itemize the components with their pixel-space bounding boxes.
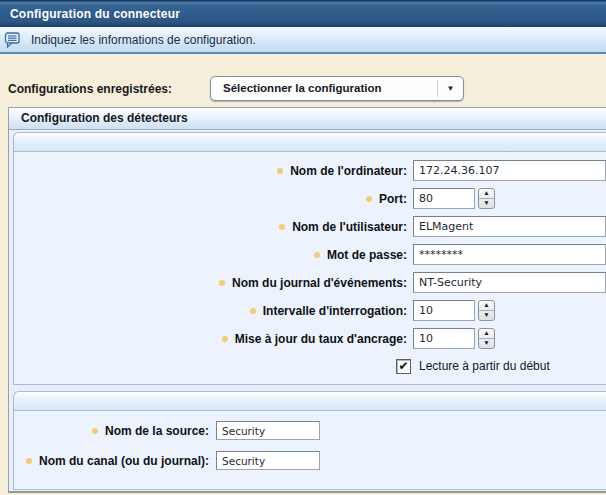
anchor-rate-update-stepper: ▲▼ (478, 328, 495, 349)
main-fieldset-header (13, 132, 606, 152)
event-log-name-field[interactable] (413, 272, 606, 293)
fieldset-gap (9, 385, 606, 389)
username-field[interactable] (413, 216, 606, 237)
username-label-cell: Nom de l'utilisateur: (14, 220, 413, 234)
main-form-body: Nom de l'ordinateur:Port:▲▼Nom de l'util… (13, 152, 606, 385)
source-fieldset-header (13, 391, 606, 411)
computer-name-label-cell: Nom de l'ordinateur: (14, 164, 413, 178)
port-field[interactable] (413, 188, 475, 209)
saved-configurations-row: Configurations enregistrées: Sélectionne… (0, 76, 606, 102)
password-row: Mot de passe: (14, 244, 606, 265)
event-log-name-label-cell: Nom du journal d'événements: (14, 276, 413, 290)
anchor-rate-update-field[interactable] (413, 328, 475, 349)
port-label: Port: (379, 192, 407, 206)
speech-bubble-icon (4, 31, 22, 49)
polling-interval-label-cell: Intervalle d'interrogation: (14, 304, 413, 318)
bullet-icon (26, 458, 32, 464)
spinner-down-button[interactable]: ▼ (479, 339, 494, 348)
bullet-icon (219, 280, 225, 286)
channel-name-label: Nom du canal (ou du journal): (39, 454, 209, 468)
bullet-icon (366, 196, 372, 202)
password-label-cell: Mot de passe: (14, 248, 413, 262)
source-fieldset: Nom de la source:Nom du canal (ou du jou… (13, 391, 606, 490)
window-title-bar: Configuration du connecteur (0, 0, 606, 27)
bullet-icon (222, 336, 228, 342)
window-title: Configuration du connecteur (0, 7, 180, 21)
bullet-icon (277, 168, 283, 174)
username-label: Nom de l'utilisateur: (292, 220, 407, 234)
read-from-start-label: Lecture à partir du début (419, 359, 550, 373)
panel-header: Configuration des détecteurs (9, 108, 606, 130)
bullet-icon (250, 308, 256, 314)
source-name-row: Nom de la source: (14, 421, 606, 440)
polling-interval-stepper: ▲▼ (478, 300, 495, 321)
polling-interval-label: Intervalle d'interrogation: (263, 304, 407, 318)
spinner-up-button[interactable]: ▲ (479, 301, 494, 311)
main-fieldset: Nom de l'ordinateur:Port:▲▼Nom de l'util… (13, 132, 606, 385)
port-stepper: ▲▼ (478, 188, 495, 209)
channel-name-field[interactable] (216, 451, 320, 470)
panel-title: Configuration des détecteurs (21, 111, 188, 125)
anchor-rate-update-row: Mise à jour du taux d'ancrage:▲▼ (14, 328, 606, 349)
anchor-rate-update-label: Mise à jour du taux d'ancrage: (235, 332, 407, 346)
channel-name-row: Nom du canal (ou du journal): (14, 451, 606, 470)
detector-configuration-panel: Configuration des détecteurs Nom de l'or… (8, 107, 606, 493)
source-name-field[interactable] (216, 421, 320, 440)
bullet-icon (314, 252, 320, 258)
spinner-down-button[interactable]: ▼ (479, 199, 494, 208)
bullet-icon (92, 428, 98, 434)
polling-interval-row: Intervalle d'interrogation:▲▼ (14, 300, 606, 321)
info-bar: Indiquez les informations de configurati… (0, 27, 606, 54)
read-from-start-row: ✔Lecture à partir du début (14, 358, 606, 374)
computer-name-row: Nom de l'ordinateur: (14, 160, 606, 181)
spinner-up-button[interactable]: ▲ (479, 189, 494, 199)
anchor-rate-update-label-cell: Mise à jour du taux d'ancrage: (14, 332, 413, 346)
password-label: Mot de passe: (327, 248, 407, 262)
configuration-dropdown-value: Sélectionner la configuration (211, 77, 437, 100)
source-name-label: Nom de la source: (105, 424, 209, 438)
source-name-label-cell: Nom de la source: (14, 424, 216, 438)
read-from-start-checkbox[interactable]: ✔ (396, 359, 411, 374)
event-log-name-label: Nom du journal d'événements: (232, 276, 407, 290)
info-message: Indiquez les informations de configurati… (31, 33, 256, 47)
username-row: Nom de l'utilisateur: (14, 216, 606, 237)
password-field[interactable] (413, 244, 606, 265)
event-log-name-row: Nom du journal d'événements: (14, 272, 606, 293)
channel-name-label-cell: Nom du canal (ou du journal): (14, 454, 216, 468)
saved-configurations-label: Configurations enregistrées: (8, 76, 172, 102)
polling-interval-field[interactable] (413, 300, 475, 321)
computer-name-field[interactable] (413, 160, 606, 181)
source-form-body: Nom de la source:Nom du canal (ou du jou… (13, 411, 606, 490)
bullet-icon (279, 224, 285, 230)
port-label-cell: Port: (14, 192, 413, 206)
spinner-down-button[interactable]: ▼ (479, 311, 494, 320)
spinner-up-button[interactable]: ▲ (479, 329, 494, 339)
computer-name-label: Nom de l'ordinateur: (290, 164, 407, 178)
chevron-down-icon[interactable]: ▼ (438, 77, 463, 100)
configuration-dropdown[interactable]: Sélectionner la configuration ▼ (210, 76, 464, 101)
port-row: Port:▲▼ (14, 188, 606, 209)
